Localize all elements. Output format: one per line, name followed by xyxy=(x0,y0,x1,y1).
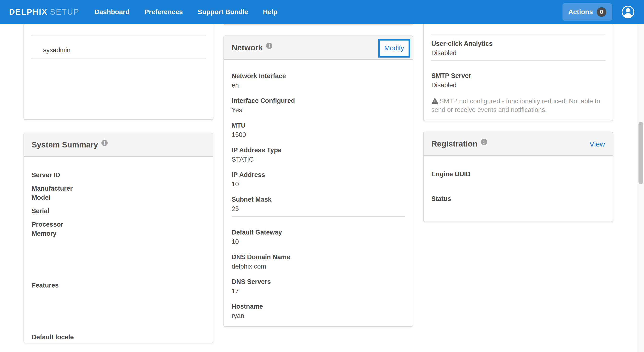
info-icon[interactable]: i xyxy=(481,139,487,145)
field-label: IP Address xyxy=(232,171,405,179)
field-value: 17 xyxy=(232,287,405,295)
network-field: DNS Servers 17 xyxy=(232,278,405,295)
summary-label-features: Features xyxy=(32,281,205,290)
registration-body: Engine UUID Status xyxy=(424,156,612,212)
registration-header: Registration i View xyxy=(424,132,612,156)
actions-label: Actions xyxy=(568,8,593,16)
network-card: Network i Modify Network Interface en In… xyxy=(224,36,413,327)
info-icon[interactable]: i xyxy=(102,140,108,146)
field-label: IP Address Type xyxy=(232,146,405,154)
field-label: SMTP Server xyxy=(431,72,605,80)
field-value: ryan xyxy=(232,312,405,320)
summary-label-memory: Memory xyxy=(32,229,205,238)
network-title: Network xyxy=(232,43,263,52)
smtp-field: SMTP Server Disabled xyxy=(431,72,605,89)
field-value: 1500 xyxy=(232,131,405,139)
network-field: Hostname ryan xyxy=(232,302,405,320)
system-summary-title: System Summary xyxy=(32,140,98,150)
divider xyxy=(431,60,606,61)
top-navbar: DELPHIXSETUP Dashboard Preferences Suppo… xyxy=(0,0,644,24)
page-content: sysadmin System Summary i Server ID Manu… xyxy=(0,0,644,352)
warning-icon xyxy=(431,98,438,104)
user-avatar-button[interactable] xyxy=(622,6,634,18)
summary-label-processor: Processor xyxy=(32,220,205,229)
system-summary-body: Server ID Manufacturer Model Serial Proc… xyxy=(24,157,213,342)
view-link[interactable]: View xyxy=(590,132,605,156)
network-header: Network i Modify xyxy=(224,36,413,60)
field-value: delphix.com xyxy=(232,262,405,270)
brand-setup: SETUP xyxy=(50,8,80,16)
smtp-warning: SMTP not configured - functionality redu… xyxy=(431,97,605,114)
field-label: Hostname xyxy=(232,302,405,310)
field-value xyxy=(431,204,605,212)
field-value: Disabled xyxy=(431,81,605,89)
field-label: Subnet Mask xyxy=(232,196,405,204)
field-value: en xyxy=(232,81,405,90)
network-body: Network Interface en Interface Configure… xyxy=(224,60,413,320)
user-list-card: sysadmin xyxy=(24,23,214,120)
field-value: 10 xyxy=(232,238,405,246)
divider xyxy=(431,34,606,35)
nav-item-dashboard[interactable]: Dashboard xyxy=(94,8,130,16)
field-value: STATIC xyxy=(232,156,405,164)
summary-label-serial: Serial xyxy=(32,207,205,215)
network-field: IP Address 10 xyxy=(232,171,405,188)
field-value: 10 xyxy=(232,180,405,188)
field-value: 25 xyxy=(232,205,405,213)
network-field: Default Gateway 10 xyxy=(232,228,405,246)
brand-delphix: DELPHIX xyxy=(9,8,48,16)
divider xyxy=(31,58,206,58)
network-field: DNS Domain Name delphix.com xyxy=(232,253,405,270)
network-field: Network Interface en xyxy=(232,72,405,90)
network-field: MTU 1500 xyxy=(232,121,405,139)
actions-count-badge: 0 xyxy=(597,7,606,17)
summary-label-server-id: Server ID xyxy=(32,171,205,179)
field-value xyxy=(431,179,605,188)
scrollbar-track[interactable] xyxy=(637,0,644,352)
registration-field: Engine UUID xyxy=(431,170,605,188)
info-icon[interactable]: i xyxy=(266,43,272,49)
divider xyxy=(232,216,405,217)
system-summary-header: System Summary i xyxy=(24,133,213,157)
field-label: Network Interface xyxy=(232,72,405,80)
field-value: Yes xyxy=(232,106,405,114)
network-field: Interface Configured Yes xyxy=(232,97,405,114)
field-label: MTU xyxy=(232,121,405,130)
scrollbar-thumb[interactable] xyxy=(638,122,643,184)
nav-item-support-bundle[interactable]: Support Bundle xyxy=(198,8,248,16)
smtp-warning-text: SMTP not configured - functionality redu… xyxy=(431,98,600,114)
modify-button[interactable]: Modify xyxy=(378,39,410,58)
field-label: User-click Analytics xyxy=(431,40,605,48)
actions-button[interactable]: Actions 0 xyxy=(562,3,612,20)
analytics-field: User-click Analytics Disabled xyxy=(431,40,605,57)
network-field: IP Address Type STATIC xyxy=(232,146,405,164)
field-value: Disabled xyxy=(431,49,605,57)
registration-title: Registration xyxy=(431,139,478,148)
field-label: DNS Domain Name xyxy=(232,253,405,261)
user-avatar-icon xyxy=(622,6,634,18)
network-field: Subnet Mask 25 xyxy=(232,196,405,213)
nav-item-help[interactable]: Help xyxy=(263,8,278,16)
nav-item-preferences[interactable]: Preferences xyxy=(144,8,183,16)
system-summary-card: System Summary i Server ID Manufacturer … xyxy=(24,132,214,343)
field-label: Default Gateway xyxy=(232,228,405,236)
nav-menu: Dashboard Preferences Support Bundle Hel… xyxy=(94,0,292,24)
field-label: DNS Servers xyxy=(232,278,405,286)
brand-logo: DELPHIXSETUP xyxy=(9,0,79,24)
list-item-sysadmin[interactable]: sysadmin xyxy=(24,36,213,58)
registration-field: Status xyxy=(431,195,605,212)
summary-label-default-locale: Default locale xyxy=(32,333,205,342)
field-label: Engine UUID xyxy=(431,170,605,178)
field-label: Interface Configured xyxy=(232,97,405,105)
summary-label-manufacturer: Manufacturer xyxy=(32,184,205,193)
summary-label-model: Model xyxy=(32,193,205,202)
registration-card: Registration i View Engine UUID Status xyxy=(423,132,613,222)
field-label: Status xyxy=(431,195,605,203)
